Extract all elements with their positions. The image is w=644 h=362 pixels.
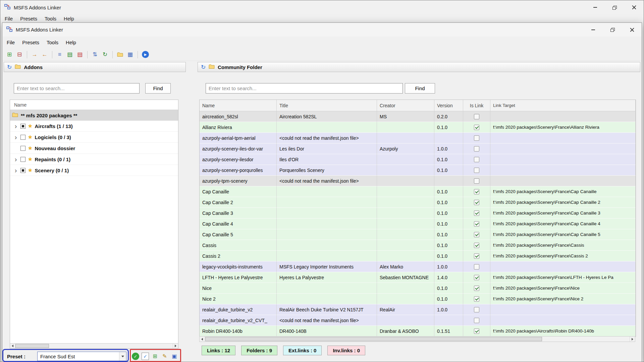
tree-item-nouveau-dossier[interactable]: ★Nouveau dossier (10, 143, 178, 154)
table-row[interactable]: azurpoly-scenery-iles-dor-varLes iles Do… (200, 143, 636, 154)
column-header-title[interactable]: Title (277, 100, 377, 111)
star-icon[interactable]: ★ (28, 134, 32, 140)
sort-list-icon[interactable]: ⇅ (91, 50, 99, 59)
islink-checkbox[interactable] (474, 264, 479, 269)
islink-checkbox[interactable] (474, 253, 479, 259)
islink-checkbox[interactable] (474, 168, 479, 173)
table-row[interactable]: azurpoly-tpm-scenery<could not read the … (200, 176, 636, 186)
table-row[interactable]: Cassis0.1.0f:\mfs 2020 packages\Scenery\… (200, 240, 636, 251)
islink-checkbox[interactable] (474, 307, 479, 312)
refresh-icon[interactable]: ↻ (7, 64, 12, 71)
column-header-creator[interactable]: Creator (377, 100, 434, 111)
image-icon[interactable]: ▦ (126, 50, 135, 59)
tree-item-aircrafts-1-13[interactable]: ›★Aircrafts (1 / 13) (10, 121, 178, 132)
islink-checkbox[interactable] (474, 243, 479, 248)
run-icon[interactable]: ▶ (142, 51, 149, 58)
add-preset-icon[interactable]: ⊞ (151, 353, 159, 360)
star-icon[interactable]: ★ (28, 145, 32, 151)
minimize-button[interactable] (585, 0, 605, 14)
islink-checkbox[interactable] (474, 318, 479, 323)
table-row[interactable]: azurpoly-scenery-porqurollesPorquerolles… (200, 165, 636, 176)
tree-checkbox[interactable] (20, 157, 25, 162)
table-row[interactable]: Nice0.1.0f:\mfs 2020 packages\Scenery\Fr… (200, 283, 636, 294)
table-row[interactable]: Nice 20.1.0f:\mfs 2020 packages\Scenery\… (200, 294, 636, 304)
expander-icon[interactable]: › (13, 168, 18, 173)
remove-addon-icon[interactable]: ⊟ (15, 50, 24, 59)
tree-checkbox[interactable] (20, 135, 25, 140)
expander-icon[interactable]: › (13, 134, 18, 140)
table-row[interactable]: azurpoly-scenery-ilesdorIles d'OR0.1.0 (200, 154, 636, 165)
scroll-right-icon[interactable] (173, 344, 178, 348)
unlink-addons-icon[interactable]: ▤ (75, 50, 84, 59)
table-row[interactable]: realair_duke_turbine_v2RealAir Beech Duk… (200, 304, 636, 315)
star-icon[interactable]: ★ (28, 156, 32, 162)
table-row[interactable]: Cap Canaille 50.1.0f:\mfs 2020 packages\… (200, 229, 636, 240)
islink-checkbox[interactable] (474, 328, 479, 334)
tree-item-repaints-0-1[interactable]: ›★Repaints (0 / 1) (10, 154, 178, 165)
table-row[interactable]: legacy-vcockpits-instrumentsMSFS Legacy … (200, 261, 636, 272)
table-row[interactable]: Cap Canaille0.1.0f:\mfs 2020 packages\Sc… (200, 186, 636, 197)
star-icon[interactable]: ★ (28, 167, 32, 173)
expander-icon[interactable]: › (13, 123, 18, 129)
islink-checkbox[interactable] (474, 114, 479, 119)
close-button[interactable] (622, 23, 642, 37)
addons-search-input[interactable] (14, 83, 140, 94)
menu-tools[interactable]: Tools (41, 15, 60, 22)
link-addons-icon[interactable]: ▤ (65, 50, 74, 59)
menu-help[interactable]: Help (62, 39, 80, 46)
islink-checkbox[interactable] (474, 157, 479, 162)
move-in-icon[interactable]: → (30, 50, 39, 59)
edit-preset-icon[interactable]: ✎ (161, 353, 168, 360)
column-header-link-target[interactable]: Link Target (490, 100, 636, 111)
table-row[interactable]: LFTH - Hyeres Le PalyvestreHyeres La Pal… (200, 272, 636, 283)
tree-item-scenery-0-1[interactable]: ›★Scenery (0 / 1) (10, 165, 178, 176)
star-icon[interactable]: ★ (28, 123, 32, 129)
islink-checkbox[interactable] (474, 232, 479, 237)
islink-checkbox[interactable] (474, 189, 479, 194)
refresh-icon[interactable]: ↻ (201, 64, 206, 71)
table-row[interactable]: Robin DR400-140bDR400-140BDranbar & ASOB… (200, 326, 636, 337)
islink-checkbox[interactable] (474, 125, 479, 130)
menu-presets[interactable]: Presets (16, 15, 41, 22)
islink-checkbox[interactable] (474, 146, 479, 152)
restore-button[interactable] (603, 23, 622, 37)
islink-checkbox[interactable] (474, 178, 479, 184)
islink-checkbox[interactable] (474, 296, 479, 302)
preset-combobox[interactable]: France Sud Est (37, 352, 126, 361)
add-addon-icon[interactable]: ⊞ (5, 50, 14, 59)
menu-presets[interactable]: Presets (18, 39, 43, 46)
tree-root-item[interactable]: ** mfs 2020 packages ** (10, 110, 178, 121)
select-preset-icon[interactable]: ✓ (142, 353, 149, 360)
scroll-left-icon[interactable] (10, 344, 15, 348)
table-row[interactable]: Cap Canaille 30.1.0f:\mfs 2020 packages\… (200, 208, 636, 219)
addons-find-button[interactable]: Find (145, 83, 171, 94)
chevron-down-icon[interactable] (119, 352, 126, 361)
expand-tree-icon[interactable]: ≡ (55, 50, 64, 59)
apply-preset-icon[interactable]: ✓ (132, 353, 139, 360)
table-row[interactable]: realair_duke_turbine_v2_CVT_<could not r… (200, 315, 636, 326)
scroll-right-icon[interactable] (630, 337, 635, 342)
close-button[interactable] (624, 0, 644, 14)
menu-help[interactable]: Help (60, 15, 78, 22)
tree-horizontal-scrollbar[interactable] (10, 343, 178, 348)
scrollbar-thumb[interactable] (15, 344, 49, 348)
islink-checkbox[interactable] (474, 135, 479, 141)
menu-tools[interactable]: Tools (43, 39, 62, 46)
community-find-button[interactable]: Find (405, 83, 435, 94)
tree-item-logiciels-0-3[interactable]: ›★Logiciels (0 / 3) (10, 132, 178, 143)
tree-checkbox[interactable] (20, 168, 25, 173)
refresh-icon[interactable]: ↻ (101, 50, 109, 59)
column-header-is-link[interactable]: Is Link (463, 100, 490, 111)
islink-checkbox[interactable] (474, 210, 479, 216)
table-row[interactable]: Cassis 20.1.0f:\mfs 2020 packages\Scener… (200, 251, 636, 261)
islink-checkbox[interactable] (474, 200, 479, 205)
column-header-name[interactable]: Name (200, 100, 277, 111)
table-row[interactable]: Cap Canaille 20.1.0f:\mfs 2020 packages\… (200, 197, 636, 208)
islink-checkbox[interactable] (474, 221, 479, 227)
table-horizontal-scrollbar[interactable] (199, 336, 635, 342)
minimize-button[interactable] (583, 23, 603, 37)
table-row[interactable]: Cap Canaille 40.1.0f:\mfs 2020 packages\… (200, 219, 636, 229)
table-row[interactable]: aircreation_582slAircreation 582SLMS0.2.… (200, 111, 636, 122)
islink-checkbox[interactable] (474, 286, 479, 291)
islink-checkbox[interactable] (474, 275, 479, 280)
